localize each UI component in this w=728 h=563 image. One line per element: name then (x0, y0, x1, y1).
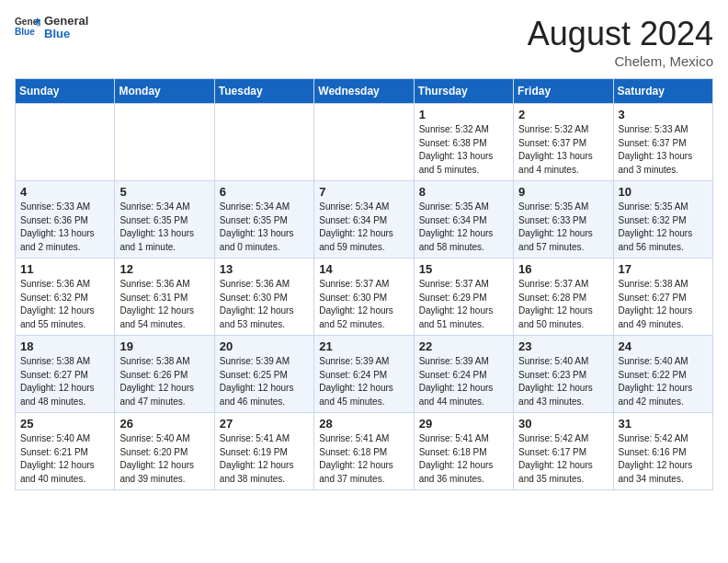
calendar-cell: 19Sunrise: 5:38 AM Sunset: 6:26 PM Dayli… (115, 336, 214, 413)
calendar-cell: 7Sunrise: 5:34 AM Sunset: 6:34 PM Daylig… (314, 181, 414, 259)
calendar-cell: 9Sunrise: 5:35 AM Sunset: 6:33 PM Daylig… (514, 181, 613, 259)
day-number: 26 (119, 417, 209, 431)
calendar-cell: 11Sunrise: 5:36 AM Sunset: 6:32 PM Dayli… (16, 259, 115, 336)
day-number: 18 (20, 339, 109, 353)
day-number: 24 (619, 339, 708, 353)
calendar-cell: 29Sunrise: 5:41 AM Sunset: 6:18 PM Dayli… (414, 413, 513, 490)
day-number: 8 (419, 185, 508, 199)
day-info: Sunrise: 5:39 AM Sunset: 6:24 PM Dayligh… (419, 355, 508, 408)
day-info: Sunrise: 5:36 AM Sunset: 6:30 PM Dayligh… (220, 278, 309, 331)
calendar-cell (16, 104, 115, 181)
week-row-3: 11Sunrise: 5:36 AM Sunset: 6:32 PM Dayli… (16, 259, 713, 336)
day-number: 10 (619, 185, 708, 199)
day-number: 15 (419, 262, 508, 276)
day-info: Sunrise: 5:35 AM Sunset: 6:34 PM Dayligh… (419, 201, 508, 254)
day-number: 4 (20, 185, 109, 199)
calendar-cell (314, 104, 414, 181)
day-info: Sunrise: 5:34 AM Sunset: 6:35 PM Dayligh… (119, 201, 209, 254)
day-number: 12 (119, 262, 209, 276)
calendar-cell: 17Sunrise: 5:38 AM Sunset: 6:27 PM Dayli… (613, 259, 712, 336)
day-number: 13 (220, 262, 309, 276)
week-row-1: 1Sunrise: 5:32 AM Sunset: 6:38 PM Daylig… (16, 104, 713, 181)
week-row-5: 25Sunrise: 5:40 AM Sunset: 6:21 PM Dayli… (16, 413, 713, 490)
location: Chelem, Mexico (528, 53, 713, 69)
day-info: Sunrise: 5:33 AM Sunset: 6:36 PM Dayligh… (20, 201, 109, 254)
calendar-cell: 25Sunrise: 5:40 AM Sunset: 6:21 PM Dayli… (16, 413, 115, 490)
day-info: Sunrise: 5:38 AM Sunset: 6:26 PM Dayligh… (119, 355, 209, 408)
day-number: 31 (619, 417, 708, 431)
day-info: Sunrise: 5:35 AM Sunset: 6:32 PM Dayligh… (619, 201, 708, 254)
calendar-cell: 20Sunrise: 5:39 AM Sunset: 6:25 PM Dayli… (214, 336, 313, 413)
weekday-header-monday: Monday (115, 79, 214, 104)
calendar-cell: 23Sunrise: 5:40 AM Sunset: 6:23 PM Dayli… (514, 336, 613, 413)
calendar-cell: 1Sunrise: 5:32 AM Sunset: 6:38 PM Daylig… (414, 104, 513, 181)
day-number: 19 (119, 339, 209, 353)
day-number: 30 (518, 417, 608, 431)
week-row-4: 18Sunrise: 5:38 AM Sunset: 6:27 PM Dayli… (16, 336, 713, 413)
day-info: Sunrise: 5:41 AM Sunset: 6:18 PM Dayligh… (419, 432, 508, 486)
calendar-cell: 26Sunrise: 5:40 AM Sunset: 6:20 PM Dayli… (115, 413, 214, 490)
day-number: 9 (518, 185, 608, 199)
day-number: 20 (220, 339, 309, 353)
svg-text:Blue: Blue (15, 27, 35, 37)
calendar-cell: 30Sunrise: 5:42 AM Sunset: 6:17 PM Dayli… (514, 413, 613, 490)
calendar-cell: 16Sunrise: 5:37 AM Sunset: 6:28 PM Dayli… (514, 259, 613, 336)
day-info: Sunrise: 5:41 AM Sunset: 6:18 PM Dayligh… (319, 432, 408, 486)
day-info: Sunrise: 5:38 AM Sunset: 6:27 PM Dayligh… (20, 355, 109, 408)
day-info: Sunrise: 5:36 AM Sunset: 6:31 PM Dayligh… (119, 278, 209, 331)
calendar-cell: 2Sunrise: 5:32 AM Sunset: 6:37 PM Daylig… (514, 104, 613, 181)
weekday-header-sunday: Sunday (16, 79, 115, 104)
day-number: 2 (518, 108, 608, 121)
day-info: Sunrise: 5:39 AM Sunset: 6:24 PM Dayligh… (319, 355, 408, 408)
weekday-header-tuesday: Tuesday (214, 79, 313, 104)
calendar-cell: 18Sunrise: 5:38 AM Sunset: 6:27 PM Dayli… (16, 336, 115, 413)
day-info: Sunrise: 5:35 AM Sunset: 6:33 PM Dayligh… (518, 201, 608, 254)
day-info: Sunrise: 5:38 AM Sunset: 6:27 PM Dayligh… (619, 278, 708, 331)
calendar-cell: 12Sunrise: 5:36 AM Sunset: 6:31 PM Dayli… (115, 259, 214, 336)
weekday-header-friday: Friday (514, 79, 613, 104)
day-number: 7 (319, 185, 408, 199)
calendar-cell: 6Sunrise: 5:34 AM Sunset: 6:35 PM Daylig… (214, 181, 313, 259)
calendar-table: SundayMondayTuesdayWednesdayThursdayFrid… (15, 78, 713, 490)
calendar-cell: 8Sunrise: 5:35 AM Sunset: 6:34 PM Daylig… (414, 181, 513, 259)
logo-icon: General Blue (15, 15, 40, 40)
day-info: Sunrise: 5:42 AM Sunset: 6:16 PM Dayligh… (619, 432, 708, 486)
day-info: Sunrise: 5:34 AM Sunset: 6:34 PM Dayligh… (319, 201, 408, 254)
day-info: Sunrise: 5:42 AM Sunset: 6:17 PM Dayligh… (518, 432, 608, 486)
day-info: Sunrise: 5:36 AM Sunset: 6:32 PM Dayligh… (20, 278, 109, 331)
day-number: 29 (419, 417, 508, 431)
day-number: 22 (419, 339, 508, 353)
weekday-header-saturday: Saturday (613, 79, 712, 104)
calendar-cell: 3Sunrise: 5:33 AM Sunset: 6:37 PM Daylig… (613, 104, 712, 181)
calendar-cell: 4Sunrise: 5:33 AM Sunset: 6:36 PM Daylig… (16, 181, 115, 259)
day-number: 16 (518, 262, 608, 276)
title-block: August 2024 Chelem, Mexico (528, 15, 713, 69)
day-number: 28 (319, 417, 408, 431)
logo-blue-text: Blue (44, 28, 88, 40)
day-info: Sunrise: 5:40 AM Sunset: 6:21 PM Dayligh… (20, 432, 109, 486)
day-info: Sunrise: 5:40 AM Sunset: 6:20 PM Dayligh… (119, 432, 209, 486)
calendar-cell (115, 104, 214, 181)
day-info: Sunrise: 5:40 AM Sunset: 6:23 PM Dayligh… (518, 355, 608, 408)
day-number: 14 (319, 262, 408, 276)
day-info: Sunrise: 5:34 AM Sunset: 6:35 PM Dayligh… (220, 201, 309, 254)
day-info: Sunrise: 5:39 AM Sunset: 6:25 PM Dayligh… (220, 355, 309, 408)
calendar-cell: 13Sunrise: 5:36 AM Sunset: 6:30 PM Dayli… (214, 259, 313, 336)
calendar-cell: 28Sunrise: 5:41 AM Sunset: 6:18 PM Dayli… (314, 413, 414, 490)
logo: General Blue General Blue (15, 15, 88, 41)
day-number: 3 (619, 108, 708, 121)
calendar-cell: 14Sunrise: 5:37 AM Sunset: 6:30 PM Dayli… (314, 259, 414, 336)
calendar-cell: 31Sunrise: 5:42 AM Sunset: 6:16 PM Dayli… (613, 413, 712, 490)
weekday-header-row: SundayMondayTuesdayWednesdayThursdayFrid… (16, 79, 713, 104)
month-title: August 2024 (528, 15, 713, 53)
day-info: Sunrise: 5:33 AM Sunset: 6:37 PM Dayligh… (619, 123, 708, 177)
day-info: Sunrise: 5:32 AM Sunset: 6:38 PM Dayligh… (419, 123, 508, 177)
day-number: 1 (419, 108, 508, 121)
day-info: Sunrise: 5:32 AM Sunset: 6:37 PM Dayligh… (518, 123, 608, 177)
day-info: Sunrise: 5:37 AM Sunset: 6:29 PM Dayligh… (419, 278, 508, 331)
logo-general-text: General (44, 15, 88, 28)
calendar-cell: 21Sunrise: 5:39 AM Sunset: 6:24 PM Dayli… (314, 336, 414, 413)
calendar-cell: 22Sunrise: 5:39 AM Sunset: 6:24 PM Dayli… (414, 336, 513, 413)
weekday-header-wednesday: Wednesday (314, 79, 414, 104)
day-info: Sunrise: 5:37 AM Sunset: 6:30 PM Dayligh… (319, 278, 408, 331)
